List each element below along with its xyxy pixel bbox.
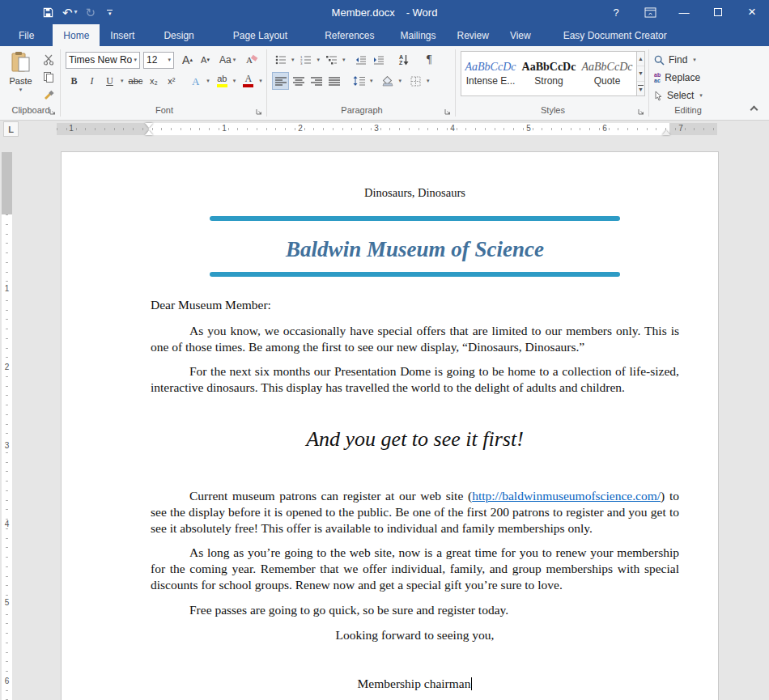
format-painter-button[interactable] [40, 87, 57, 101]
close-button[interactable]: × [735, 0, 769, 24]
styles-scroll-down-button[interactable]: ▼ [637, 66, 644, 81]
help-button[interactable]: ? [599, 0, 633, 24]
borders-dropdown-icon[interactable]: ▾ [427, 78, 430, 84]
styles-more-button[interactable]: ▼ [637, 82, 644, 95]
font-size-combobox[interactable]: 12▾ [143, 52, 174, 69]
select-dropdown-icon[interactable]: ▾ [699, 92, 703, 99]
maximize-button[interactable] [701, 0, 735, 24]
text-effects-dropdown-icon[interactable]: ▾ [206, 78, 210, 84]
font-color-button[interactable]: A [240, 72, 257, 90]
tab-easy-document-creator[interactable]: Easy Document Creator [553, 24, 678, 46]
hanging-indent-marker[interactable] [145, 130, 153, 135]
styles-scroll-up-button[interactable]: ▲ [637, 52, 644, 66]
document-area[interactable]: Dinosaurs, Dinosaurs Baldwin Museum of S… [12, 138, 769, 700]
italic-button[interactable]: I [83, 72, 100, 90]
strikethrough-button[interactable]: abc [127, 72, 145, 90]
bold-button[interactable]: B [66, 72, 83, 90]
bullets-dropdown-icon[interactable]: ▾ [291, 57, 295, 63]
collapse-ribbon-button[interactable] [751, 107, 758, 113]
numbering-dropdown-icon[interactable]: ▾ [317, 57, 321, 63]
subscript-button[interactable]: x₂ [145, 72, 162, 90]
editing-group: Find ▾ abac Replace Select ▾ Editing [649, 46, 725, 120]
vertical-ruler[interactable]: 1 2 3 4 5 6 [2, 138, 12, 700]
copy-button[interactable] [40, 70, 57, 84]
replace-button[interactable]: abac Replace [654, 70, 722, 86]
tab-file[interactable]: File [8, 24, 45, 46]
first-line-indent-marker[interactable] [145, 123, 153, 128]
highlight-color-bar [217, 84, 227, 87]
ruler-number: 2 [2, 363, 12, 371]
text-effects-button[interactable]: A [187, 72, 204, 90]
ruler-ticks [57, 128, 717, 130]
right-indent-marker[interactable] [662, 130, 670, 135]
hyperlink[interactable]: http://baldwinmuseumofscience.com/ [472, 489, 661, 503]
ruler-number: 3 [372, 124, 380, 133]
grow-font-button[interactable]: A▴ [179, 51, 196, 69]
doc-paragraph-1: As you know, we occasionally have specia… [151, 323, 679, 355]
cut-button[interactable] [40, 53, 57, 67]
tab-stop-selector[interactable]: L [3, 121, 19, 137]
tab-home[interactable]: Home [53, 24, 100, 46]
find-label: Find [669, 54, 687, 66]
tab-references[interactable]: References [314, 24, 384, 46]
underline-button[interactable]: U [101, 72, 118, 90]
clipboard-dialog-launcher[interactable] [49, 108, 57, 117]
tab-insert[interactable]: Insert [100, 24, 145, 46]
sort-button[interactable]: A Z [396, 51, 413, 69]
doc-salutation: Dear Museum Member: [151, 297, 679, 313]
font-dialog-launcher[interactable] [256, 108, 264, 117]
clear-formatting-button[interactable]: A [243, 51, 260, 69]
style-intense-emphasis[interactable]: AaBbCcDc Intense E... [461, 52, 520, 95]
decrease-indent-button[interactable] [353, 51, 370, 69]
minimize-icon: — [679, 6, 690, 19]
increase-indent-button[interactable] [371, 51, 388, 69]
line-spacing-dropdown-icon[interactable]: ▾ [370, 78, 373, 84]
document-page[interactable]: Dinosaurs, Dinosaurs Baldwin Museum of S… [61, 151, 719, 700]
undo-dropdown-icon[interactable]: ▾ [74, 9, 78, 15]
find-button[interactable]: Find ▾ [654, 52, 722, 68]
align-right-button[interactable] [308, 72, 325, 90]
customize-qat-button[interactable]: ▾ [107, 10, 113, 15]
change-case-button[interactable]: Aa▾ [218, 51, 237, 69]
shading-button[interactable] [380, 72, 397, 90]
paragraph-dialog-launcher[interactable] [444, 108, 452, 117]
styles-dialog-launcher[interactable] [638, 108, 646, 117]
line-spacing-button[interactable] [351, 72, 368, 90]
tab-page-layout[interactable]: Page Layout [223, 24, 298, 46]
tab-design[interactable]: Design [153, 24, 204, 46]
highlight-button[interactable]: ab [214, 72, 231, 90]
superscript-button[interactable]: x² [163, 72, 180, 90]
doc-heading-small: Dinosaurs, Dinosaurs [151, 185, 679, 201]
align-center-button[interactable] [290, 72, 307, 90]
shading-dropdown-icon[interactable]: ▾ [399, 78, 402, 84]
redo-button[interactable]: ↻ [86, 6, 96, 19]
multilevel-list-button[interactable] [323, 51, 340, 69]
minimize-button[interactable]: — [667, 0, 701, 24]
style-quote[interactable]: AaBbCcDc Quote [578, 52, 636, 95]
tab-view[interactable]: View [499, 24, 542, 46]
align-left-button[interactable] [272, 72, 289, 90]
font-color-dropdown-icon[interactable]: ▾ [259, 78, 262, 84]
bullets-button[interactable] [272, 51, 289, 69]
numbering-button[interactable]: 123 [298, 51, 315, 69]
borders-button[interactable] [407, 72, 424, 90]
select-button[interactable]: Select ▾ [654, 87, 722, 104]
justify-button[interactable] [325, 72, 342, 90]
underline-label: U [106, 75, 113, 87]
save-button[interactable] [42, 6, 54, 19]
paste-button[interactable]: Paste ▾ [5, 49, 36, 105]
multilevel-dropdown-icon[interactable]: ▾ [342, 57, 346, 63]
shrink-font-button[interactable]: A▾ [197, 51, 214, 69]
tab-review[interactable]: Review [447, 24, 499, 46]
style-strong[interactable]: AaBbCcDc Strong [520, 52, 578, 95]
highlight-dropdown-icon[interactable]: ▾ [233, 78, 236, 84]
show-hide-marks-button[interactable]: ¶ [421, 51, 438, 69]
underline-dropdown-icon[interactable]: ▾ [121, 78, 124, 84]
paste-dropdown-icon[interactable]: ▾ [19, 87, 23, 93]
ribbon-display-options-button[interactable] [633, 0, 667, 24]
tab-mailings[interactable]: Mailings [390, 24, 447, 46]
undo-button[interactable]: ↶▾ [62, 6, 78, 19]
font-name-combobox[interactable]: Times New Ro▾ [66, 52, 140, 69]
horizontal-ruler[interactable]: 1 1 2 3 4 5 6 7 [57, 123, 717, 135]
find-dropdown-icon[interactable]: ▾ [693, 57, 696, 63]
